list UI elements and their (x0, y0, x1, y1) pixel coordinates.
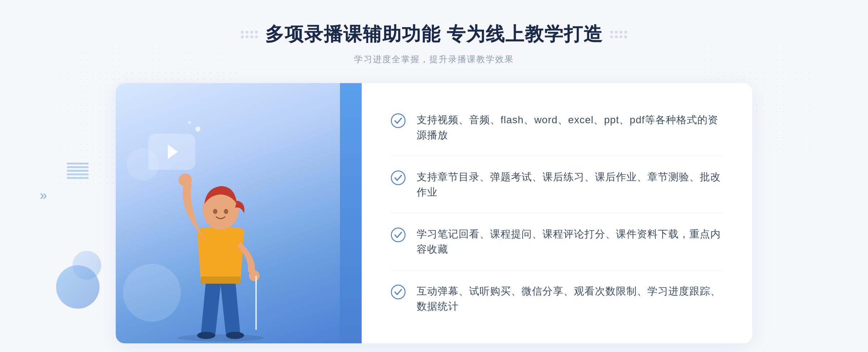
feature-text-1: 支持视频、音频、flash、word、excel、ppt、pdf等各种格式的资源… (417, 112, 723, 143)
check-icon-2 (391, 170, 406, 185)
svg-point-13 (391, 228, 405, 242)
person-illustration (145, 134, 297, 343)
header-dots-left (241, 31, 258, 38)
check-icon-1 (391, 113, 406, 128)
accent-bar (340, 83, 362, 343)
svg-rect-8 (201, 276, 241, 284)
svg-point-11 (391, 114, 405, 128)
features-list: 支持视频、音频、flash、word、excel、ppt、pdf等各种格式的资源… (362, 83, 752, 343)
decorative-circle-2 (72, 251, 101, 280)
sparkle-dot-1 (195, 126, 200, 132)
feature-divider-1 (391, 156, 723, 156)
svg-point-0 (177, 334, 264, 342)
header-dots-right (610, 31, 627, 38)
svg-point-10 (224, 209, 228, 214)
feature-text-4: 互动弹幕、试听购买、微信分享、观看次数限制、学习进度跟踪、数据统计 (417, 284, 723, 314)
feature-item-2: 支持章节目录、弹题考试、课后练习、课后作业、章节测验、批改作业 (391, 166, 723, 203)
illustration-area (116, 83, 362, 343)
feature-text-3: 学习笔记回看、课程提问、课程评论打分、课件资料下载，重点内容收藏 (417, 227, 723, 257)
check-icon-3 (391, 227, 406, 242)
svg-point-14 (391, 285, 405, 299)
feature-text-2: 支持章节目录、弹题考试、课后练习、课后作业、章节测验、批改作业 (417, 169, 723, 200)
svg-point-6 (249, 270, 260, 281)
header-decorators: 多项录播课辅助功能 专为线上教学打造 (241, 22, 627, 47)
svg-point-9 (213, 209, 217, 214)
feature-item-1: 支持视频、音频、flash、word、excel、ppt、pdf等各种格式的资源… (391, 109, 723, 146)
svg-point-5 (179, 173, 192, 186)
page-subtitle: 学习进度全掌握，提升录播课教学效果 (241, 53, 627, 65)
chevron-left-icon: » (40, 188, 44, 203)
feature-divider-2 (391, 213, 723, 213)
feature-item-4: 互动弹幕、试听购买、微信分享、观看次数限制、学习进度跟踪、数据统计 (391, 280, 723, 318)
svg-rect-7 (255, 276, 257, 330)
sparkle-dot-2 (188, 121, 191, 124)
svg-point-2 (226, 332, 244, 339)
content-card: 支持视频、音频、flash、word、excel、ppt、pdf等各种格式的资源… (116, 83, 752, 343)
header-section: 多项录播课辅助功能 专为线上教学打造 学习进度全掌握，提升录播课教学效果 (241, 22, 627, 65)
check-icon-4 (391, 284, 406, 300)
feature-item-3: 学习笔记回看、课程提问、课程评论打分、课件资料下载，重点内容收藏 (391, 223, 723, 261)
svg-point-1 (197, 332, 215, 339)
svg-point-12 (391, 171, 405, 185)
decorative-lines (67, 163, 89, 195)
page-wrapper: » 多项录播课辅助功能 专为线上教学打造 学习进度全掌握，提升录播课教学效果 (0, 0, 868, 352)
feature-divider-3 (391, 270, 723, 271)
page-title: 多项录播课辅助功能 专为线上教学打造 (265, 22, 603, 47)
